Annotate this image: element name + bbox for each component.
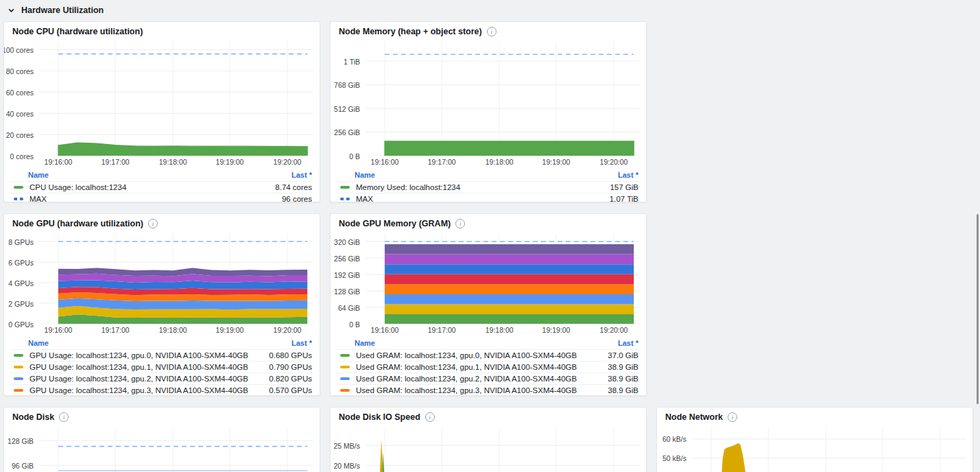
section-toggle-hardware-utilization[interactable]: Hardware Utilization	[0, 0, 980, 21]
x-axis-tick-label: 19:16:00	[45, 158, 73, 166]
panel-header: Node Disk IO Speedi	[337, 408, 640, 427]
panel-title[interactable]: Node GPU Memory (GRAM)	[339, 219, 451, 228]
legend-series-swatch	[14, 389, 23, 392]
legend-column-name[interactable]: Name	[28, 171, 49, 179]
legend-row: Used GRAM: localhost:1234, gpu.3, NVIDIA…	[337, 384, 640, 396]
y-axis: 320 GiB256 GiB192 GiB128 GiB64 GiB0 B	[337, 233, 366, 335]
legend-series-label[interactable]: Used GRAM: localhost:1234, gpu.2, NVIDIA…	[356, 375, 608, 383]
legend-row: Memory Used: localhost:1234157 GiB	[337, 181, 640, 193]
y-axis-tick-label: 80 cores	[6, 67, 34, 75]
legend-series-value: 96 cores	[282, 195, 312, 202]
panel-header: Node GPU (hardware utilization)i	[10, 214, 313, 233]
legend-column-last[interactable]: Last *	[618, 171, 638, 179]
y-axis-tick-label: 0 cores	[10, 152, 34, 161]
chart-area: 8 GPUs6 GPUs4 GPUs2 GPUs0 GPUs19:16:0019…	[10, 233, 313, 335]
panel-row: Node GPU (hardware utilization)i8 GPUs6 …	[3, 213, 980, 396]
panel-node-memory: Node Memory (heap + object store)i1 TiB7…	[330, 21, 647, 202]
chart-canvas[interactable]	[39, 427, 313, 472]
legend-series-label[interactable]: Used GRAM: localhost:1234, gpu.1, NVIDIA…	[356, 363, 608, 371]
dashboard-page: Hardware Utilization Node CPU (hardware …	[0, 0, 980, 472]
info-icon[interactable]: i	[148, 219, 158, 228]
legend-column-name[interactable]: Name	[28, 339, 49, 347]
legend-series-label[interactable]: Used GRAM: localhost:1234, gpu.0, NVIDIA…	[356, 351, 608, 359]
legend-series-value: 1.07 TiB	[610, 195, 638, 202]
panel-title[interactable]: Node Memory (heap + object store)	[339, 27, 482, 36]
legend-row: GPU Usage: localhost:1234, gpu.1, NVIDIA…	[10, 361, 313, 373]
legend-series-value: 0.680 GPUs	[269, 351, 312, 359]
legend-series-label[interactable]: GPU Usage: localhost:1234, gpu.1, NVIDIA…	[29, 363, 269, 371]
panel-title[interactable]: Node Disk	[12, 412, 54, 422]
legend-column-last[interactable]: Last *	[618, 339, 638, 347]
panel-title[interactable]: Node GPU (hardware utilization)	[12, 219, 143, 228]
legend: NameLast *CPU Usage: localhost:12348.74 …	[10, 169, 313, 202]
legend-header: NameLast *	[10, 169, 313, 181]
legend-series-swatch	[340, 377, 350, 380]
panel-node-gpu-memory: Node GPU Memory (GRAM)i320 GiB256 GiB192…	[330, 213, 647, 396]
y-axis-tick-label: 20 MB/s	[333, 462, 360, 470]
x-axis: 19:16:0019:17:0019:18:0019:19:0019:20:00	[366, 158, 640, 167]
x-axis: 19:16:0019:17:0019:18:0019:19:0019:20:00	[39, 326, 313, 335]
chart-canvas[interactable]	[366, 41, 640, 156]
legend-column-last[interactable]: Last *	[291, 339, 312, 347]
legend-series-label[interactable]: Memory Used: localhost:1234	[356, 183, 610, 191]
legend-series-label[interactable]: GPU Usage: localhost:1234, gpu.2, NVIDIA…	[29, 375, 269, 383]
panel-title[interactable]: Node CPU (hardware utilization)	[12, 27, 143, 36]
panel-grid: Node CPU (hardware utilization)100 cores…	[0, 21, 980, 472]
chart-canvas[interactable]	[692, 427, 966, 472]
y-axis-tick-label: 100 cores	[3, 46, 34, 54]
legend-header: NameLast *	[337, 169, 640, 181]
vertical-scrollbar-thumb[interactable]	[977, 214, 979, 404]
legend-series-label[interactable]: Used GRAM: localhost:1234, gpu.3, NVIDIA…	[356, 386, 608, 394]
legend: NameLast *Used GRAM: localhost:1234, gpu…	[337, 338, 640, 396]
x-axis-tick-label: 19:20:00	[274, 158, 302, 166]
chart-canvas[interactable]	[366, 233, 640, 324]
x-axis-tick-label: 19:18:00	[159, 326, 187, 334]
legend-series-label[interactable]: CPU Usage: localhost:1234	[29, 183, 275, 191]
legend-series-swatch	[14, 377, 23, 380]
y-axis: 100 cores80 cores60 cores40 cores20 core…	[10, 41, 39, 167]
legend-column-last[interactable]: Last *	[291, 171, 312, 179]
y-axis: 8 GPUs6 GPUs4 GPUs2 GPUs0 GPUs	[10, 233, 39, 335]
panel-title[interactable]: Node Network	[665, 412, 723, 422]
legend-row: GPU Usage: localhost:1234, gpu.2, NVIDIA…	[10, 373, 313, 384]
panel-header: Node GPU Memory (GRAM)i	[337, 214, 640, 233]
panel-header: Node Memory (heap + object store)i	[337, 22, 640, 41]
y-axis-tick-label: 50 kB/s	[662, 454, 686, 462]
panel-node-gpu: Node GPU (hardware utilization)i8 GPUs6 …	[3, 213, 320, 396]
chart-canvas[interactable]	[366, 427, 640, 472]
legend-series-value: 38.9 GiB	[608, 386, 638, 394]
legend-row: Used GRAM: localhost:1234, gpu.1, NVIDIA…	[337, 361, 640, 373]
legend-series-label[interactable]: GPU Usage: localhost:1234, gpu.3, NVIDIA…	[29, 386, 269, 394]
y-axis-tick-label: 40 cores	[6, 110, 34, 118]
y-axis-tick-label: 1 TiB	[344, 58, 360, 66]
y-axis-tick-label: 2 GPUs	[8, 300, 34, 308]
chart-canvas[interactable]	[39, 233, 313, 324]
y-axis-tick-label: 20 cores	[6, 131, 34, 139]
legend-series-label[interactable]: GPU Usage: localhost:1234, gpu.0, NVIDIA…	[29, 351, 269, 359]
panel-node-cpu: Node CPU (hardware utilization)100 cores…	[3, 21, 320, 202]
legend-row: Used GRAM: localhost:1234, gpu.2, NVIDIA…	[337, 373, 640, 384]
legend-series-value: 0.820 GPUs	[269, 375, 312, 383]
chart-canvas[interactable]	[39, 41, 313, 156]
x-axis-tick-label: 19:17:00	[428, 158, 456, 166]
legend-column-name[interactable]: Name	[355, 171, 375, 179]
legend-series-value: 8.74 cores	[275, 183, 312, 191]
y-axis-tick-label: 256 GiB	[334, 128, 360, 137]
info-icon[interactable]: i	[455, 219, 465, 228]
info-icon[interactable]: i	[425, 412, 435, 422]
x-axis: 19:16:0019:17:0019:18:0019:19:0019:20:00	[39, 158, 313, 167]
legend-row: GPU Usage: localhost:1234, gpu.0, NVIDIA…	[10, 349, 313, 361]
panel-title[interactable]: Node Disk IO Speed	[339, 412, 420, 422]
x-axis-tick-label: 19:20:00	[600, 326, 628, 334]
panel-row: Node Diski128 GiB96 GiB19:16:0019:17:001…	[3, 407, 980, 472]
y-axis-tick-label: 512 GiB	[334, 105, 360, 113]
y-axis-tick-label: 64 GiB	[338, 304, 360, 312]
legend-series-label[interactable]: MAX	[29, 195, 282, 202]
info-icon[interactable]: i	[59, 412, 69, 422]
info-icon[interactable]: i	[728, 412, 737, 422]
y-axis-tick-label: 96 GiB	[12, 462, 34, 470]
y-axis-tick-label: 256 GiB	[334, 255, 360, 263]
legend-series-label[interactable]: MAX	[356, 195, 610, 202]
legend-column-name[interactable]: Name	[355, 339, 375, 347]
info-icon[interactable]: i	[487, 27, 497, 36]
